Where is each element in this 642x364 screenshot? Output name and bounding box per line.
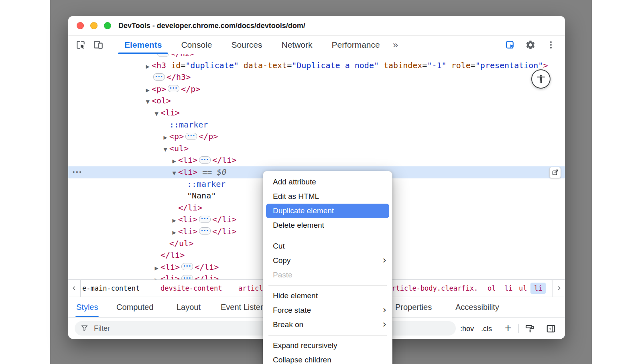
chevron-left-icon	[71, 285, 77, 291]
tab-network[interactable]: Network	[272, 36, 322, 54]
context-menu-item-add-attribute[interactable]: Add attribute	[263, 175, 392, 189]
reveal-icon	[552, 169, 559, 176]
window-controls	[77, 22, 111, 29]
context-menu-item-force-state[interactable]: Force state›	[263, 303, 392, 317]
element-classes-button[interactable]: .cls	[481, 324, 492, 333]
kebab-icon	[546, 40, 556, 50]
dom-row[interactable]: ▶<p>···</p>	[68, 131, 565, 143]
breadcrumb-item[interactable]: ol	[488, 284, 496, 292]
expand-arrow-icon[interactable]: ▼	[152, 108, 160, 120]
breadcrumb-scroll-right-button[interactable]	[553, 280, 565, 297]
dom-row[interactable]: ▶<p>···</p>	[68, 83, 565, 95]
expand-arrow-icon[interactable]: ▼	[144, 96, 152, 108]
context-menu-item-cut[interactable]: Cut	[263, 239, 392, 253]
inline-ellipsis-button[interactable]: ···	[181, 263, 193, 270]
paint-roller-icon	[525, 324, 535, 334]
window-title: DevTools - developer.chrome.com/docs/dev…	[118, 22, 305, 30]
context-menu-item-hide-element[interactable]: Hide element	[263, 289, 392, 303]
sidebar-tab-styles[interactable]: Styles	[76, 297, 98, 317]
menu-divider	[268, 335, 387, 336]
menu-divider	[268, 236, 387, 236]
submenu-chevron-icon: ›	[382, 319, 386, 330]
more-tabs-button[interactable]: »	[393, 40, 398, 50]
submenu-chevron-icon: ›	[382, 255, 386, 266]
breadcrumb-item[interactable]: li	[504, 284, 512, 292]
screencast-icon	[505, 39, 516, 50]
expand-arrow-icon[interactable]: ▶	[144, 61, 152, 73]
dom-row[interactable]: ::marker	[68, 119, 565, 131]
zoom-window-button[interactable]	[104, 22, 111, 29]
expand-arrow-icon[interactable]: ▶	[161, 132, 169, 144]
breadcrumb-item[interactable]: ul	[519, 284, 527, 292]
inspect-icon	[75, 40, 86, 50]
close-window-button[interactable]	[77, 22, 84, 29]
settings-button[interactable]	[524, 38, 537, 52]
expand-arrow-icon[interactable]: ▶	[170, 215, 178, 227]
tab-elements[interactable]: Elements	[115, 36, 171, 54]
row-overflow-menu-icon[interactable]: ···	[72, 166, 82, 178]
tab-sources[interactable]: Sources	[221, 36, 272, 54]
expand-arrow-icon[interactable]: ▶	[144, 85, 152, 97]
accessibility-icon	[536, 74, 546, 84]
new-style-rule-button[interactable]: +	[505, 322, 511, 334]
menu-kebab-button[interactable]	[544, 38, 558, 52]
context-menu-item-break-on[interactable]: Break on›	[263, 317, 392, 332]
toolbar-divider	[518, 324, 519, 333]
breadcrumb-item[interactable]: article-body.clearfix.	[388, 284, 478, 292]
filter-icon	[80, 324, 89, 333]
context-menu-item-collapse-children[interactable]: Collapse children	[263, 353, 392, 364]
sidebar-tab-properties[interactable]: Properties	[395, 297, 432, 317]
dom-row[interactable]: ▼<ul>	[68, 143, 565, 155]
expand-arrow-icon[interactable]: ▼	[170, 168, 178, 180]
devtools-toolbar: ElementsConsoleSourcesNetworkPerformance…	[68, 36, 565, 54]
inline-ellipsis-button[interactable]: ···	[181, 275, 193, 279]
dom-row[interactable]: ···</h2>	[68, 54, 565, 60]
screencast-button[interactable]	[503, 38, 517, 52]
dom-row[interactable]: ▶<h3 id="duplicate" data-text="Duplicate…	[68, 60, 565, 72]
device-toolbar-button[interactable]	[91, 38, 105, 52]
sidebar-tab-computed[interactable]: Computed	[116, 297, 153, 317]
context-menu: Add attributeEdit as HTMLDuplicate eleme…	[263, 171, 392, 364]
window-titlebar: DevTools - developer.chrome.com/docs/dev…	[68, 16, 565, 36]
submenu-chevron-icon: ›	[382, 304, 386, 315]
dom-row[interactable]: ▶<li>···</li>	[68, 154, 565, 166]
dom-row[interactable]: ▼<li>	[68, 107, 565, 119]
expand-arrow-icon[interactable]: ▶	[170, 227, 178, 239]
context-menu-item-expand-recursively[interactable]: Expand recursively	[263, 338, 392, 353]
dom-row[interactable]: ···</h3>	[68, 71, 565, 83]
context-menu-item-delete-element[interactable]: Delete element	[263, 218, 392, 233]
context-menu-item-copy[interactable]: Copy›	[263, 253, 392, 268]
context-menu-item-edit-as-html[interactable]: Edit as HTML	[263, 189, 392, 204]
breadcrumb-item[interactable]: e-main-content	[82, 284, 140, 292]
context-menu-item-duplicate-element[interactable]: Duplicate element	[266, 204, 389, 218]
expand-arrow-icon[interactable]: ▶	[170, 156, 178, 168]
accessibility-button[interactable]	[531, 69, 551, 89]
toolbar-right-icons	[503, 38, 558, 52]
expand-arrow-icon[interactable]: ▼	[161, 144, 169, 156]
gear-icon	[525, 40, 536, 50]
inline-ellipsis-button[interactable]: ···	[199, 156, 211, 164]
inspect-element-button[interactable]	[74, 38, 87, 52]
inline-ellipsis-button[interactable]: ···	[153, 73, 165, 81]
inline-ellipsis-button[interactable]: ···	[157, 54, 169, 57]
inline-ellipsis-button[interactable]: ···	[168, 85, 179, 92]
minimize-window-button[interactable]	[90, 22, 98, 29]
expand-arrow-icon[interactable]: ▶	[152, 263, 160, 275]
expand-arrow-icon[interactable]: ▶	[152, 274, 160, 279]
paint-roller-button[interactable]	[524, 323, 536, 335]
breadcrumb-item[interactable]: devsite-content	[160, 284, 222, 292]
breadcrumb-item[interactable]: li	[530, 283, 546, 294]
toggle-element-state-button[interactable]: :hov	[460, 324, 474, 333]
breadcrumb-scroll-left-button[interactable]	[68, 280, 81, 297]
context-menu-item-paste[interactable]: Paste	[263, 268, 392, 282]
dom-row[interactable]: ▼<ol>	[68, 95, 565, 107]
inline-ellipsis-button[interactable]: ···	[199, 216, 211, 223]
sidebar-tab-accessibility[interactable]: Accessibility	[455, 297, 499, 317]
inline-ellipsis-button[interactable]: ···	[185, 133, 197, 140]
tab-performance[interactable]: Performance	[322, 36, 390, 54]
dock-sidebar-button[interactable]	[545, 323, 557, 335]
tab-console[interactable]: Console	[171, 36, 221, 54]
sidebar-tab-layout[interactable]: Layout	[177, 297, 201, 317]
inline-ellipsis-button[interactable]: ···	[199, 227, 211, 235]
reveal-node-button[interactable]	[549, 167, 561, 178]
